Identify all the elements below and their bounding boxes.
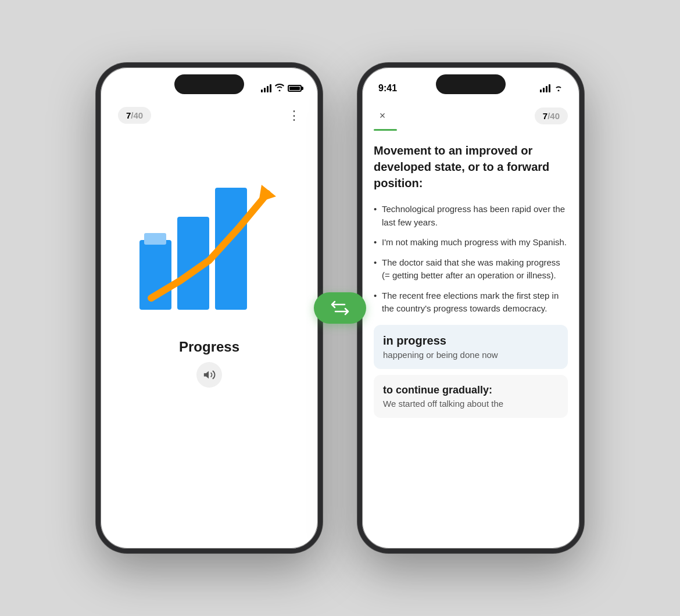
list-item: Technological progress has been rapid ov… <box>374 203 568 229</box>
list-item: The recent free elections mark the first… <box>374 289 568 316</box>
phone1-content: 7/40 ⋮ <box>101 101 318 549</box>
phone-left: 7/40 ⋮ <box>96 63 323 553</box>
signal-icon <box>261 84 271 92</box>
list-item: The doctor said that she was making prog… <box>374 256 568 282</box>
idiom-title: in progress <box>383 334 559 348</box>
flashcard-illustration <box>128 159 291 321</box>
definition-main: Movement to an improved or developed sta… <box>374 142 568 191</box>
word-label: Progress <box>179 339 239 355</box>
signal-icon-right <box>540 84 550 92</box>
phone2-header: × 7/40 <box>362 101 579 124</box>
idiom-description: happening or being done now <box>383 350 559 360</box>
scene: 7/40 ⋮ <box>0 0 680 616</box>
status-bar-right: 9:41 <box>362 67 579 101</box>
idiom-card: in progress happening or being done now <box>374 325 568 369</box>
close-button[interactable]: × <box>374 107 391 124</box>
svg-rect-3 <box>144 233 166 245</box>
counter-badge-right: 7/40 <box>535 108 568 124</box>
list-item: I'm not making much progress with my Spa… <box>374 236 568 249</box>
swap-button[interactable] <box>314 292 366 324</box>
phone-right: 9:41 <box>357 63 584 553</box>
wifi-icon-right <box>554 84 563 93</box>
secondary-card: to continue gradually: We started off ta… <box>374 375 568 418</box>
definition-scroll: Movement to an improved or developed sta… <box>362 131 579 418</box>
sound-button[interactable] <box>196 362 222 388</box>
phone1-header: 7/40 ⋮ <box>112 101 306 135</box>
status-bar-left <box>101 67 318 101</box>
status-icons-right <box>540 84 563 93</box>
battery-icon <box>288 85 302 92</box>
secondary-title: to continue gradually: <box>383 384 559 396</box>
swap-button-container <box>314 292 366 324</box>
svg-marker-4 <box>259 185 276 202</box>
more-menu-button[interactable]: ⋮ <box>288 108 300 123</box>
bullet-list: Technological progress has been rapid ov… <box>374 203 568 316</box>
secondary-description: We started off talking about the <box>383 399 559 409</box>
counter-badge-left: 7/40 <box>118 107 151 124</box>
wifi-icon <box>275 84 284 93</box>
status-icons-left <box>261 84 302 93</box>
time-right: 9:41 <box>378 83 407 94</box>
